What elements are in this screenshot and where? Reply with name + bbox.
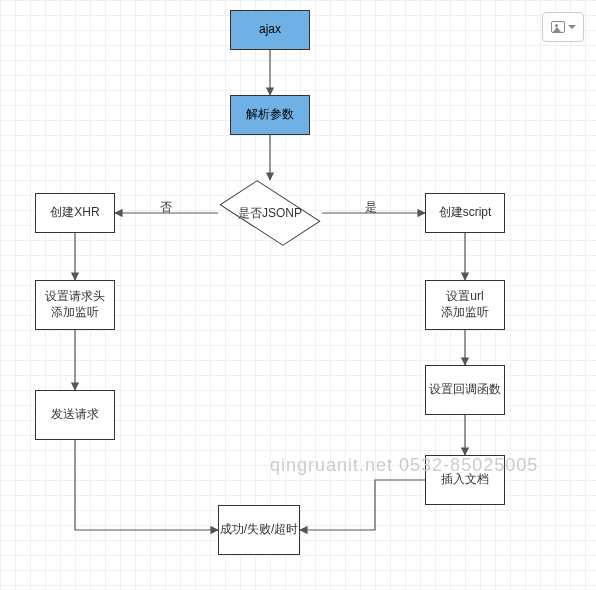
node-result[interactable]: 成功/失败/超时 (218, 505, 300, 555)
node-label: 创建script (439, 205, 492, 221)
edge-label-yes: 是 (365, 199, 377, 216)
node-insert[interactable]: 插入文档 (425, 455, 505, 505)
node-jsonp-decision[interactable]: 是否JSONP (218, 180, 322, 246)
image-dropdown-button[interactable] (542, 12, 584, 42)
node-callback[interactable]: 设置回调函数 (425, 365, 505, 415)
chevron-down-icon (568, 25, 576, 29)
edge-label-no: 否 (160, 199, 172, 216)
node-label: 设置请求头 添加监听 (45, 289, 105, 320)
node-label: 发送请求 (51, 407, 99, 423)
node-label: 设置回调函数 (429, 382, 501, 398)
node-script[interactable]: 创建script (425, 193, 505, 233)
node-label: 插入文档 (441, 472, 489, 488)
node-send[interactable]: 发送请求 (35, 390, 115, 440)
node-label: 创建XHR (50, 205, 99, 221)
flowchart-canvas: ajax 解析参数 是否JSONP 创建XHR 创建script 设置请求头 添… (0, 0, 596, 590)
node-label: 设置url 添加监听 (441, 289, 489, 320)
node-label: 解析参数 (246, 107, 294, 123)
node-label: 成功/失败/超时 (220, 522, 299, 538)
node-ajax[interactable]: ajax (230, 10, 310, 50)
node-set-header[interactable]: 设置请求头 添加监听 (35, 280, 115, 330)
node-set-url[interactable]: 设置url 添加监听 (425, 280, 505, 330)
node-xhr[interactable]: 创建XHR (35, 193, 115, 233)
node-label: 是否JSONP (238, 205, 302, 222)
node-label: ajax (259, 22, 281, 38)
node-parse[interactable]: 解析参数 (230, 95, 310, 135)
image-icon (551, 21, 565, 33)
